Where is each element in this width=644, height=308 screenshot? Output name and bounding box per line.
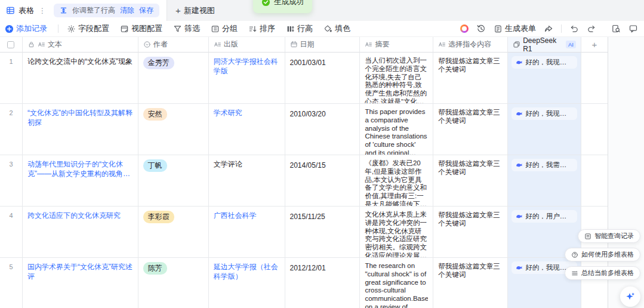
cell-text[interactable]: 跨文化适应下的文化休克研究 (23, 207, 138, 258)
cell-text[interactable]: “文化休克”的中国化转型及其解释初探 (23, 104, 138, 155)
cell-author[interactable]: 金秀芳 (138, 53, 209, 104)
row-number-cell[interactable]: 2 (0, 104, 23, 155)
ai-reply-pill[interactable]: 好的，我现在需要... (511, 107, 577, 120)
cell-text[interactable]: 论跨文化交流中的“文化休克”现象 (23, 53, 138, 104)
ai-reply-pill[interactable]: 好的，用户让我帮... (511, 210, 577, 223)
ai-reply-pill[interactable]: 好的，我现在需要... (511, 56, 577, 69)
record-title[interactable]: “文化休克”的中国化转型及其解释初探 (27, 108, 133, 127)
generate-form-button[interactable]: 生成表单 (494, 23, 536, 34)
author-tag[interactable]: 李彩霞 (143, 211, 174, 223)
share-icon[interactable] (544, 24, 553, 33)
cell-date[interactable]: 2010/03/20 (285, 104, 360, 155)
author-tag[interactable]: 丁帆 (143, 159, 167, 172)
select-all-checkbox[interactable] (7, 41, 14, 48)
sort-button[interactable]: 排序 (248, 23, 275, 34)
column-header-author[interactable]: 作者 (138, 37, 209, 53)
redo-icon[interactable] (587, 24, 596, 33)
query-record-icon (584, 233, 591, 240)
cell-author[interactable]: 陈芳 (138, 258, 209, 308)
smart-query-history-button[interactable]: 智能查询记录 (578, 229, 640, 243)
author-tag[interactable]: 陈芳 (143, 262, 167, 275)
record-title[interactable]: 国内学术界关于“文化休克”研究述评 (27, 262, 133, 281)
deepseek-whale-icon (516, 110, 523, 118)
cell-publication[interactable]: 文学评论 (209, 155, 285, 207)
cell-publication[interactable]: 同济大学学报社会科学版 (209, 53, 285, 104)
view-config-button[interactable]: 视图配置 (120, 23, 162, 34)
cell-deepseek[interactable]: 好的，我现在需要... (508, 104, 581, 155)
cell-abstract[interactable]: The research on "cultural shock" is of g… (360, 258, 433, 308)
clear-button[interactable]: 清除 (120, 5, 134, 16)
cell-publication[interactable]: 学术研究 (209, 104, 285, 155)
cell-author[interactable]: 安然 (138, 104, 209, 155)
comment-icon[interactable] (628, 24, 638, 33)
column-header-publication[interactable]: 出版 (209, 37, 285, 53)
toast-message: 生成成功 (274, 0, 304, 7)
cell-instruction[interactable]: 帮我提炼这篇文章三个关键词 (433, 258, 508, 308)
cell-deepseek[interactable]: 好的，我需要帮用... (508, 155, 581, 207)
publication-link[interactable]: 文学评论 (214, 159, 280, 169)
summarize-table-button[interactable]: 总结当前多维表格 (565, 266, 640, 280)
cell-text[interactable]: 动荡年代里知识分子的“文化休克”——从新文学史重构的视角重读《废都》 (23, 155, 138, 207)
cell-deepseek[interactable]: 好的，我现在需要... (508, 53, 581, 104)
column-header-text[interactable]: 文本 (23, 37, 138, 53)
publication-link[interactable]: 广西社会科学 (214, 211, 280, 220)
save-button[interactable]: 保存 (139, 5, 153, 16)
tab-table-view[interactable]: 表格 ⋮ 你调整了行高 清除 保存 (0, 0, 167, 21)
row-height-button[interactable]: 行高 (286, 23, 313, 34)
ai-sparkle-button[interactable] (620, 287, 640, 307)
cell-date[interactable]: 2012/12/01 (285, 258, 360, 308)
add-column-button[interactable]: + (581, 37, 608, 53)
column-header-deepseek[interactable]: DeepSeek R1 AI (508, 37, 581, 53)
cell-abstract[interactable]: 文化休克从本质上来讲是跨文化冲突的一种体现,文化休克研究与跨文化适应研究密切相关… (360, 207, 433, 258)
cell-date[interactable]: 2014/05/15 (285, 155, 360, 207)
add-record-button[interactable]: 添加记录 (5, 23, 47, 34)
ai-assistant-icon[interactable] (460, 24, 469, 33)
cell-text[interactable]: 国内学术界关于“文化休克”研究述评 (23, 258, 138, 308)
cell-date[interactable]: 2015/11/25 (285, 207, 360, 258)
author-tag[interactable]: 金秀芳 (143, 57, 174, 69)
row-number-cell[interactable]: 1 (0, 53, 23, 104)
author-tag[interactable]: 安然 (143, 108, 167, 121)
cell-author[interactable]: 丁帆 (138, 155, 209, 207)
new-view-button[interactable]: + 新建视图 (167, 0, 223, 21)
success-toast: 生成成功 (253, 0, 312, 13)
how-to-use-button[interactable]: 如何使用多维表格 (565, 248, 640, 261)
tab-more-icon[interactable]: ⋮ (38, 7, 48, 15)
undo-icon[interactable] (569, 24, 579, 33)
publication-link[interactable]: 学术研究 (214, 108, 280, 118)
cell-publication[interactable]: 广西社会科学 (209, 207, 285, 258)
cell-abstract[interactable]: This paper provides a comparative analys… (360, 104, 433, 155)
history-icon[interactable] (476, 24, 486, 33)
record-title[interactable]: 跨文化适应下的文化休克研究 (27, 211, 133, 220)
row-height-icon (286, 24, 295, 33)
publication-link[interactable]: 同济大学学报社会科学版 (214, 57, 280, 76)
cell-instruction[interactable]: 帮我提炼这篇文章三个关键词 (433, 155, 508, 207)
search-in-table-icon[interactable] (611, 24, 621, 33)
cell-abstract[interactable]: 当人们初次进入到一个完全陌生的语言文化环境,失去了自己熟悉的种种符号,致使产生焦… (360, 53, 433, 104)
column-header-date[interactable]: 日期 (285, 37, 360, 53)
cell-instruction[interactable]: 帮我提炼这篇文章三个关键词 (433, 104, 508, 155)
ai-reply-pill[interactable]: 好的，我需要帮用... (511, 159, 577, 171)
cell-abstract[interactable]: 《废都》发表已20年,但是重读这部作品,本文认为它更具备了文学史的意义和价值,其… (360, 155, 433, 207)
row-number-cell[interactable]: 5 (0, 258, 23, 308)
select-all-cell[interactable] (0, 37, 23, 53)
column-header-instruction[interactable]: 选择指令内容 (433, 37, 508, 53)
filter-button[interactable]: 筛选 (173, 23, 200, 34)
field-config-button[interactable]: 字段配置 (67, 23, 109, 34)
cell-instruction[interactable]: 帮我提炼这篇文章三个关键词 (433, 207, 508, 258)
publication-link[interactable]: 延边大学学报（社会科学版） (214, 262, 280, 281)
record-title[interactable]: 论跨文化交流中的“文化休克”现象 (27, 57, 133, 66)
record-title[interactable]: 动荡年代里知识分子的“文化休克”——从新文学史重构的视角重读《废都》 (27, 159, 133, 178)
abstract-text: 文化休克从本质上来讲是跨文化冲突的一种体现,文化休克研究与跨文化适应研究密切相关… (365, 211, 428, 258)
cell-publication[interactable]: 延边大学学报（社会科学版） (209, 258, 285, 308)
cell-date[interactable]: 2001/03/01 (285, 53, 360, 104)
group-button[interactable]: 分组 (211, 23, 238, 34)
cell-author[interactable]: 李彩霞 (138, 207, 209, 258)
column-header-abstract[interactable]: 摘要 (360, 37, 433, 53)
cell-instruction[interactable]: 帮我提炼这篇文章三个关键词 (433, 53, 508, 104)
row-number-cell[interactable]: 4 (0, 207, 23, 258)
row-number-cell[interactable]: 3 (0, 155, 23, 207)
fill-color-button[interactable]: 填色 (323, 23, 350, 34)
row-height-label: 行高 (297, 23, 313, 34)
cell-empty (581, 104, 608, 155)
